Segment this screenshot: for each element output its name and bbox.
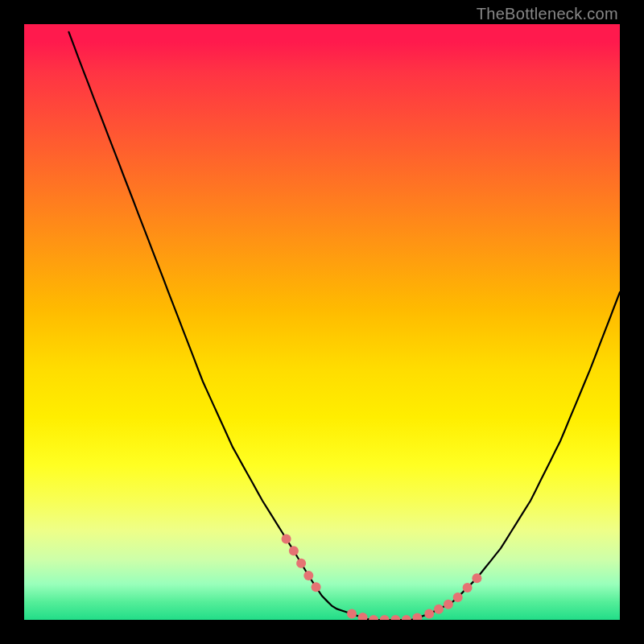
data-point: [380, 615, 390, 620]
data-point: [402, 615, 411, 620]
data-point: [453, 592, 463, 602]
watermark-text: TheBottleneck.com: [477, 5, 618, 23]
data-point: [390, 615, 400, 620]
data-point: [434, 605, 444, 614]
curve-svg: [24, 24, 620, 620]
data-point: [369, 615, 378, 620]
data-point: [472, 573, 481, 583]
data-point: [463, 583, 473, 592]
data-point: [282, 534, 291, 543]
data-point: [289, 546, 299, 555]
data-point: [444, 600, 453, 609]
bottleneck-curve: [69, 32, 621, 620]
data-point: [347, 609, 357, 619]
data-point: [296, 559, 306, 568]
dots-right: [424, 573, 481, 618]
data-point: [303, 571, 313, 580]
chart-container: TheBottleneck.com: [0, 0, 644, 644]
data-point: [424, 609, 434, 619]
data-point: [312, 582, 321, 592]
data-point: [358, 613, 368, 620]
dots-left: [282, 534, 321, 592]
dots-bottom: [347, 609, 422, 620]
plot-area: [24, 24, 620, 620]
data-point: [412, 613, 422, 621]
